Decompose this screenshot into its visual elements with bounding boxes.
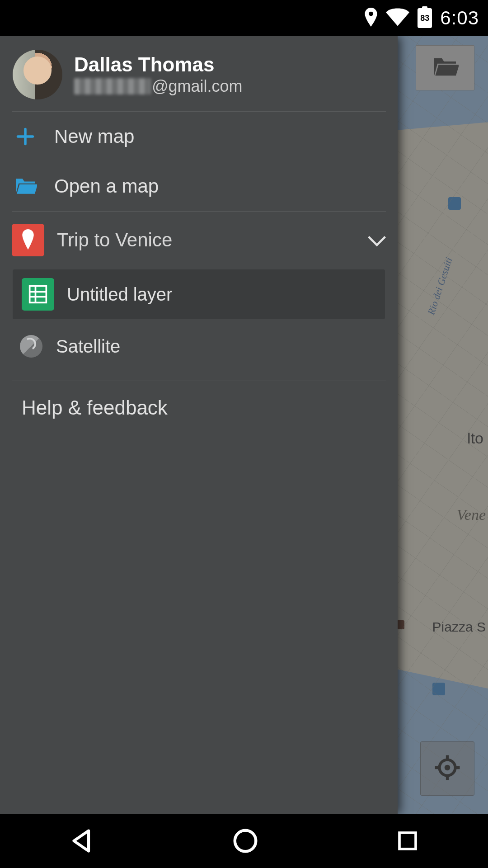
avatar — [13, 50, 62, 99]
device-frame: 83 6:03 lto Vene Piazza S Rio dei Gesuit… — [0, 0, 488, 868]
new-map-item[interactable]: New map — [0, 112, 398, 161]
status-time: 6:03 — [440, 7, 479, 29]
home-button[interactable] — [231, 827, 259, 855]
email-suffix: @gmail.com — [152, 77, 243, 96]
battery-text: 83 — [420, 14, 429, 23]
back-button[interactable] — [68, 827, 95, 854]
plus-icon — [12, 127, 39, 146]
recent-apps-button[interactable] — [395, 829, 420, 853]
battery-icon: 83 — [418, 8, 432, 28]
open-map-item[interactable]: Open a map — [0, 161, 398, 211]
help-label: Help & feedback — [22, 396, 168, 419]
app-content: lto Vene Piazza S Rio dei Gesuiti — [0, 36, 488, 814]
folder-open-icon — [12, 177, 39, 196]
svg-rect-2 — [30, 286, 47, 303]
chevron-down-icon — [368, 229, 386, 251]
svg-point-3 — [235, 830, 256, 852]
map-pin-icon — [12, 224, 44, 256]
open-map-label: Open a map — [54, 175, 159, 197]
status-bar: 83 6:03 — [0, 0, 488, 36]
current-map-title: Trip to Venice — [57, 229, 355, 251]
help-feedback-item[interactable]: Help & feedback — [0, 381, 398, 434]
satellite-toggle[interactable]: Satellite — [0, 324, 398, 369]
account-header[interactable]: Dallas Thomas @gmail.com — [0, 36, 398, 111]
account-text: Dallas Thomas @gmail.com — [74, 53, 243, 96]
location-icon — [364, 8, 378, 28]
divider — [12, 211, 386, 212]
wifi-icon — [386, 8, 409, 28]
svg-rect-4 — [399, 833, 416, 849]
system-nav-bar — [0, 814, 488, 868]
current-map-row[interactable]: Trip to Venice — [0, 215, 398, 265]
account-email: @gmail.com — [74, 77, 243, 96]
email-redacted — [74, 78, 151, 94]
satellite-label: Satellite — [56, 336, 120, 357]
satellite-icon — [20, 335, 42, 358]
new-map-label: New map — [54, 126, 134, 147]
layer-row[interactable]: Untitled layer — [13, 269, 385, 319]
navigation-drawer: Dallas Thomas @gmail.com New map Open a … — [0, 36, 398, 814]
layer-label: Untitled layer — [67, 284, 172, 305]
spreadsheet-icon — [22, 278, 54, 311]
account-name: Dallas Thomas — [74, 53, 243, 76]
